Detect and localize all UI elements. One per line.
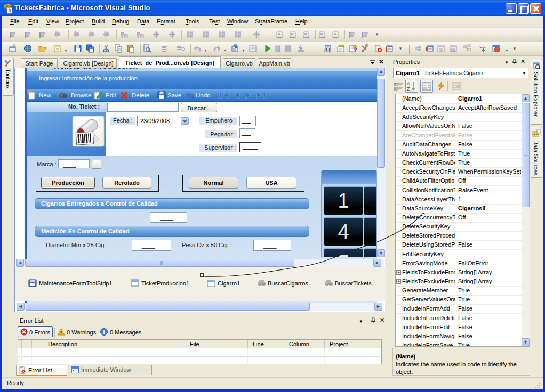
svg-text:Undo: Undo	[196, 92, 211, 99]
svg-text:Save: Save	[167, 92, 181, 99]
svg-text:9: 9	[9, 8, 11, 13]
svg-text:Z: Z	[407, 86, 410, 92]
svg-text:Browse: Browse	[71, 92, 91, 99]
svg-text:Delete: Delete	[132, 92, 149, 99]
svg-text:Edit: Edit	[106, 92, 117, 99]
svg-text:New: New	[39, 92, 52, 99]
svg-text:A: A	[407, 81, 410, 86]
